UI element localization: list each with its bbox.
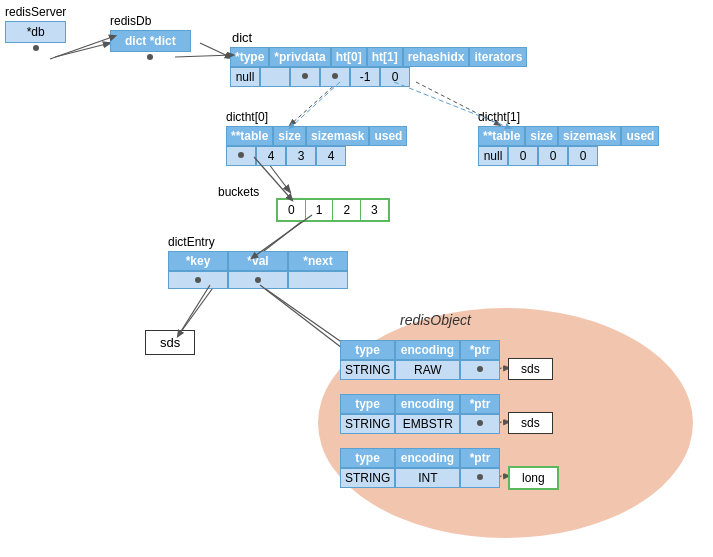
dictentry-val-next xyxy=(288,271,348,289)
ro3-type-val: STRING xyxy=(340,468,395,488)
sds-key-box: sds xyxy=(145,330,195,355)
dict-val-privdata xyxy=(260,67,290,87)
sds-val-label2: sds xyxy=(521,416,540,430)
dictht0-val-used: 4 xyxy=(316,146,346,166)
dictht1-val-size: 0 xyxy=(508,146,538,166)
dict-value-row: null -1 0 xyxy=(230,67,527,87)
dict-col-type: *type xyxy=(230,47,269,67)
dictht1-val-table: null xyxy=(478,146,508,166)
dictentry-col-val: *val xyxy=(228,251,288,271)
dict-section: dict *type *privdata ht[0] ht[1] rehashi… xyxy=(230,30,527,87)
buckets-label: buckets xyxy=(218,185,259,199)
dict-val-ht1 xyxy=(320,67,350,87)
dictht0-section: dictht[0] **table size sizemask used 4 3… xyxy=(226,110,407,166)
dict-header-row: *type *privdata ht[0] ht[1] rehashidx it… xyxy=(230,47,527,67)
dictht0-val-sizemask: 3 xyxy=(286,146,316,166)
dict-col-rehashidx: rehashidx xyxy=(403,47,470,67)
sds-val-label1: sds xyxy=(521,362,540,376)
dictht1-col-size: size xyxy=(525,126,558,146)
redis-db-section: redisDb dict *dict xyxy=(110,14,191,60)
sds-val-box2: sds xyxy=(508,412,553,434)
redis-server-section: redisServer *db xyxy=(5,5,66,51)
bucket-3: 3 xyxy=(361,200,388,220)
dictentry-col-next: *next xyxy=(288,251,348,271)
long-val-box: long xyxy=(508,466,559,490)
ro1-type-val: STRING xyxy=(340,360,395,380)
dictht0-col-used: used xyxy=(369,126,407,146)
dictht0-val-size: 4 xyxy=(256,146,286,166)
bucket-1: 1 xyxy=(306,200,334,220)
dictentry-value-row xyxy=(168,271,348,289)
dictht0-col-table: **table xyxy=(226,126,273,146)
diagram: redisServer *db redisDb dict *dict dict … xyxy=(0,0,713,557)
ro1-encoding-header: encoding xyxy=(395,340,460,360)
dictht1-val-used: 0 xyxy=(568,146,598,166)
redis-server-db: *db xyxy=(27,25,45,39)
ro2-encoding-header: encoding xyxy=(395,394,460,414)
dictht1-header-row: **table size sizemask used xyxy=(478,126,659,146)
ro1-header: type encoding *ptr xyxy=(340,340,500,360)
ro2-header: type encoding *ptr xyxy=(340,394,500,414)
redis-db-label: redisDb xyxy=(110,14,191,28)
dictht0-value-row: 4 3 4 xyxy=(226,146,407,166)
ro2-ptr-val xyxy=(460,414,500,434)
dict-col-ht0: ht[0] xyxy=(331,47,367,67)
dictentry-header-row: *key *val *next xyxy=(168,251,348,271)
ro3-values: STRING INT xyxy=(340,468,500,488)
redis-db-box: dict *dict xyxy=(110,30,191,52)
dictht1-col-used: used xyxy=(621,126,659,146)
dict-val-type: null xyxy=(230,67,260,87)
dictentry-label: dictEntry xyxy=(168,235,348,249)
dictht0-val-table xyxy=(226,146,256,166)
long-val-label: long xyxy=(522,471,545,485)
dictentry-val-val xyxy=(228,271,288,289)
dictentry-col-key: *key xyxy=(168,251,228,271)
svg-line-17 xyxy=(178,285,210,336)
dictht0-col-sizemask: sizemask xyxy=(306,126,369,146)
redis-object-row2: type encoding *ptr STRING EMBSTR xyxy=(340,394,500,434)
dictht1-value-row: null 0 0 0 xyxy=(478,146,659,166)
svg-line-1 xyxy=(200,43,232,58)
ro1-ptr-val xyxy=(460,360,500,380)
bucket-0: 0 xyxy=(278,200,306,220)
redis-object-label: redisObject xyxy=(400,312,471,328)
dict-col-privdata: *privdata xyxy=(269,47,330,67)
dictht1-label: dictht[1] xyxy=(478,110,659,124)
ro1-encoding-val: RAW xyxy=(395,360,460,380)
dictht0-header-row: **table size sizemask used xyxy=(226,126,407,146)
ro3-ptr-header: *ptr xyxy=(460,448,500,468)
redis-db-dict: dict *dict xyxy=(125,34,176,48)
redis-server-box: *db xyxy=(5,21,66,43)
ro1-type-header: type xyxy=(340,340,395,360)
dict-val-rehashidx: -1 xyxy=(350,67,380,87)
ro3-ptr-val xyxy=(460,468,500,488)
ro3-header: type encoding *ptr xyxy=(340,448,500,468)
dictentry-section: dictEntry *key *val *next xyxy=(168,235,348,289)
redis-server-label: redisServer xyxy=(5,5,66,19)
dictht1-val-sizemask: 0 xyxy=(538,146,568,166)
ro3-encoding-val: INT xyxy=(395,468,460,488)
sds-key-label: sds xyxy=(160,335,180,350)
ro2-type-header: type xyxy=(340,394,395,414)
ro3-type-header: type xyxy=(340,448,395,468)
ro3-encoding-header: encoding xyxy=(395,448,460,468)
dict-val-iterators: 0 xyxy=(380,67,410,87)
dictht1-section: dictht[1] **table size sizemask used nul… xyxy=(478,110,659,166)
redis-object-row1: type encoding *ptr STRING RAW xyxy=(340,340,500,380)
ro2-ptr-header: *ptr xyxy=(460,394,500,414)
dict-col-ht1: ht[1] xyxy=(367,47,403,67)
dictht0-col-size: size xyxy=(273,126,306,146)
dictht1-col-table: **table xyxy=(478,126,525,146)
ro2-values: STRING EMBSTR xyxy=(340,414,500,434)
dict-label: dict xyxy=(232,30,527,45)
dict-val-ht0 xyxy=(290,67,320,87)
redis-object-row3: type encoding *ptr STRING INT xyxy=(340,448,500,488)
dict-col-iterators: iterators xyxy=(469,47,527,67)
sds-val-box1: sds xyxy=(508,358,553,380)
ro1-values: STRING RAW xyxy=(340,360,500,380)
dictht0-label: dictht[0] xyxy=(226,110,407,124)
bucket-2: 2 xyxy=(333,200,361,220)
ro1-ptr-header: *ptr xyxy=(460,340,500,360)
ro2-encoding-val: EMBSTR xyxy=(395,414,460,434)
dictht1-col-sizemask: sizemask xyxy=(558,126,621,146)
